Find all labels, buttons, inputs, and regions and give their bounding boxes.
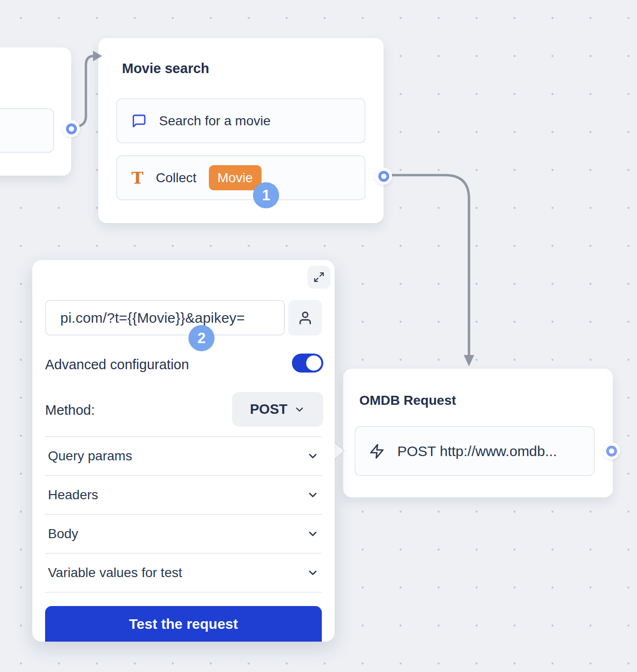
- text-input-icon: T: [131, 168, 143, 187]
- toggle-knob: [306, 355, 321, 371]
- start-node-item[interactable]: [0, 108, 54, 153]
- webhook-item-label: POST http://www.omdb...: [397, 443, 557, 459]
- chat-bubble-icon: [131, 113, 147, 129]
- omdb-request-title: OMDB Request: [359, 393, 456, 408]
- collect-item[interactable]: T Collect Movie: [116, 155, 365, 200]
- omdb-request-node[interactable]: OMDB Request POST http://www.omdb...: [343, 369, 613, 497]
- chevron-down-icon: [307, 567, 319, 579]
- expand-icon: [313, 271, 325, 283]
- advanced-configuration-toggle[interactable]: [292, 354, 323, 373]
- advanced-configuration-label: Advanced configuration: [45, 353, 189, 376]
- step-badge-1: 1: [253, 182, 279, 208]
- movie-node-output-port[interactable]: [375, 168, 392, 185]
- flow-canvas[interactable]: Movie search Search for a movie T Collec…: [0, 0, 637, 672]
- lightning-icon: [369, 443, 385, 459]
- chevron-down-icon: [307, 489, 319, 501]
- step-badge-2: 2: [188, 325, 215, 351]
- method-dropdown[interactable]: POST: [232, 392, 323, 427]
- section-query-params[interactable]: Query params: [45, 437, 322, 475]
- url-input[interactable]: pi.com/?t={{Movie}}&apikey=: [45, 300, 285, 336]
- arrowhead-down-icon: [464, 355, 474, 366]
- movie-search-title: Movie search: [122, 61, 209, 76]
- variable-insert-button[interactable]: [288, 300, 322, 336]
- section-headers[interactable]: Headers: [45, 476, 322, 514]
- section-label: Variable values for test: [48, 565, 182, 580]
- chevron-down-icon: [307, 528, 319, 540]
- movie-search-node[interactable]: Movie search Search for a movie T Collec…: [98, 38, 384, 223]
- collect-item-label: Collect: [156, 170, 197, 186]
- section-variable-values[interactable]: Variable values for test: [45, 554, 322, 592]
- question-item-label: Search for a movie: [159, 113, 271, 129]
- movie-variable-chip[interactable]: Movie: [209, 165, 262, 191]
- start-node-card[interactable]: [0, 47, 71, 176]
- section-label: Query params: [48, 448, 132, 464]
- section-label: Headers: [48, 487, 98, 503]
- webhook-config-panel: pi.com/?t={{Movie}}&apikey= 2 Advanced c…: [32, 260, 335, 642]
- start-node-output-port[interactable]: [63, 120, 80, 137]
- question-item[interactable]: Search for a movie: [116, 98, 365, 143]
- omdb-node-output-port[interactable]: [603, 442, 620, 459]
- section-body[interactable]: Body: [45, 515, 322, 553]
- connector-line-movie-to-omdb: [392, 175, 469, 356]
- method-label: Method:: [45, 399, 95, 421]
- test-request-button[interactable]: Test the request: [45, 606, 322, 642]
- expand-button[interactable]: [308, 266, 330, 289]
- method-value: POST: [250, 401, 288, 417]
- webhook-item[interactable]: POST http://www.omdb...: [355, 426, 595, 476]
- url-input-value: pi.com/?t={{Movie}}&apikey=: [46, 310, 245, 326]
- chevron-down-icon: [294, 404, 305, 415]
- chevron-down-icon: [307, 450, 319, 462]
- connector-line-start-to-movie: [79, 56, 94, 126]
- section-label: Body: [48, 526, 78, 541]
- omdb-input-notch: [334, 442, 344, 460]
- person-icon: [298, 310, 313, 326]
- divider: [45, 592, 322, 593]
